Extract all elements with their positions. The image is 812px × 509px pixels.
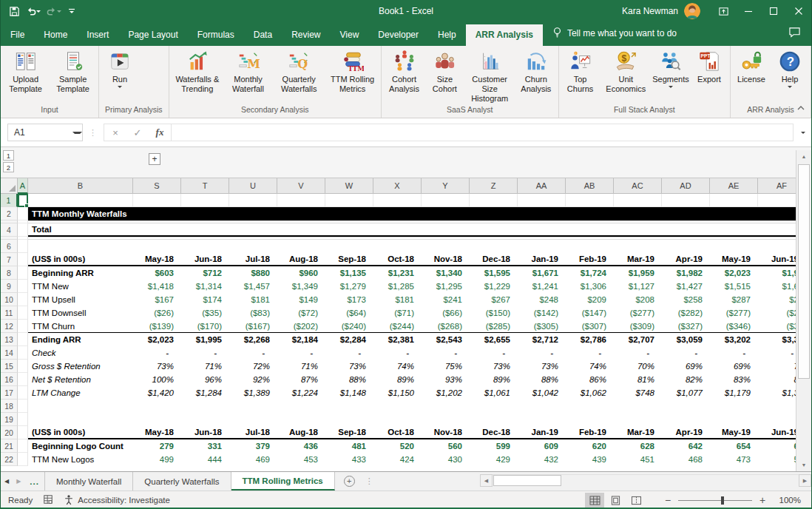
save-icon[interactable] (7, 4, 22, 18)
cell-a19[interactable] (18, 413, 28, 426)
name-box[interactable]: A1 (7, 124, 83, 141)
row-header-19[interactable]: 19 (1, 413, 18, 426)
cell-a16[interactable] (18, 373, 28, 386)
cell-w10[interactable]: $173 (325, 293, 373, 306)
column-header-y[interactable]: Y (422, 178, 470, 194)
cell-y14[interactable]: - (422, 346, 470, 360)
expand-formula-bar-icon[interactable] (801, 132, 805, 134)
cell-t9[interactable]: $1,314 (181, 280, 229, 293)
row-header-2[interactable]: 2 (1, 207, 18, 220)
cell-t1[interactable] (181, 194, 229, 207)
row-header-13[interactable]: 13 (1, 333, 18, 346)
cell-b20[interactable]: (US$ in 000s) (28, 426, 133, 438)
macro-record-icon[interactable] (43, 494, 53, 506)
column-header-ac[interactable]: AC (614, 178, 662, 194)
cell-s7[interactable]: May-18 (133, 253, 181, 265)
cell-s14[interactable]: - (133, 346, 181, 360)
cell-u8[interactable]: $880 (229, 266, 277, 280)
cell-a2[interactable] (18, 207, 28, 220)
vertical-scrollbar[interactable]: ▲ ▼ (796, 150, 811, 471)
customer-size-histogram-button[interactable]: Customer Size Histogram (464, 47, 515, 104)
cell-s17[interactable]: $1,420 (133, 386, 181, 400)
cell-v16[interactable]: 87% (277, 373, 325, 386)
cell-b1[interactable] (28, 194, 133, 207)
cell-aa9[interactable]: $1,241 (518, 280, 566, 293)
cell-z13[interactable]: $2,655 (470, 333, 518, 346)
cell-b13[interactable]: Ending ARR (28, 333, 133, 346)
cell-ad14[interactable]: - (662, 346, 710, 360)
sheet-overflow-indicator[interactable]: ... (24, 472, 44, 491)
insert-function-icon[interactable]: fx (149, 127, 171, 138)
row-header-20[interactable]: 20 (1, 426, 18, 439)
sheet-tab-quarterly-waterfalls[interactable]: Quarterly Waterfalls (133, 472, 231, 491)
column-header-u[interactable]: U (229, 178, 277, 194)
row-header-6[interactable]: 6 (1, 240, 18, 253)
cell-z1[interactable] (470, 194, 518, 207)
horizontal-scroll-thumb[interactable] (493, 475, 561, 486)
cell-b22[interactable]: TTM New Logos (28, 453, 133, 466)
cell-t14[interactable]: - (181, 346, 229, 360)
cell-af13[interactable]: $3,3 (758, 333, 797, 346)
maximize-button[interactable] (761, 0, 786, 22)
cell-ae10[interactable]: $287 (710, 293, 758, 306)
feedback-comment-icon[interactable] (778, 27, 811, 46)
cell-z22[interactable]: 429 (470, 453, 518, 466)
cell-y11[interactable]: ($66) (422, 306, 470, 320)
column-header-ab[interactable]: AB (566, 178, 614, 194)
cell-s15[interactable]: 73% (133, 360, 181, 373)
cell-ae15[interactable]: 69% (710, 360, 758, 373)
tab-data[interactable]: Data (244, 24, 282, 46)
sheet-nav-right-icon[interactable]: ▶ (13, 472, 24, 491)
cell-y12[interactable]: ($268) (422, 320, 470, 332)
cell-w1[interactable] (325, 194, 373, 207)
cell-w22[interactable]: 433 (325, 453, 373, 466)
enter-icon[interactable]: ✓ (126, 127, 149, 138)
tab-formulas[interactable]: Formulas (188, 24, 244, 46)
cell-w8[interactable]: $1,135 (325, 266, 373, 280)
scroll-up-icon[interactable]: ▲ (796, 150, 811, 163)
row-header-10[interactable]: 10 (1, 293, 18, 306)
cell-aa14[interactable]: - (518, 346, 566, 360)
cell-x12[interactable]: ($244) (373, 320, 422, 332)
cell-w12[interactable]: ($240) (325, 320, 373, 332)
cell-s12[interactable]: ($139) (133, 320, 181, 332)
cell-x13[interactable]: $2,381 (373, 333, 422, 346)
cell-b8[interactable]: Beginning ARR (28, 266, 133, 280)
tab-arr-analysis[interactable]: ARR Analysis (466, 24, 543, 46)
upload-template-button[interactable]: Upload Template (2, 47, 49, 95)
page-break-view-button[interactable] (626, 493, 646, 508)
cohort-analysis-button[interactable]: Cohort Analysis (383, 47, 426, 95)
cell-a7[interactable] (18, 253, 28, 266)
cell-t10[interactable]: $174 (181, 293, 229, 306)
cell-ae13[interactable]: $3,202 (710, 333, 758, 346)
cell-s13[interactable]: $2,023 (133, 333, 181, 346)
user-name[interactable]: Kara Newman (622, 6, 678, 16)
column-header-ae[interactable]: AE (710, 178, 758, 194)
sheet-nav-left-icon[interactable]: ◀ (1, 472, 13, 491)
cell-ac10[interactable]: $208 (614, 293, 662, 306)
cell-u9[interactable]: $1,457 (229, 280, 277, 293)
cell-ab21[interactable]: 620 (566, 439, 614, 453)
column-header-z[interactable]: Z (470, 178, 518, 194)
cell-s10[interactable]: $167 (133, 293, 181, 306)
cell-x8[interactable]: $1,231 (373, 266, 422, 280)
cell-ab14[interactable]: - (566, 346, 614, 360)
redo-button[interactable] (44, 4, 64, 18)
cell-a18[interactable] (18, 400, 28, 413)
cell-b2[interactable]: TTM Monthly Waterfalls (28, 209, 127, 218)
cell-v13[interactable]: $2,184 (277, 333, 325, 346)
help-button[interactable]: ?Help (771, 47, 809, 89)
cell-y22[interactable]: 430 (422, 453, 470, 466)
cell-ac13[interactable]: $2,707 (614, 333, 662, 346)
cell-v11[interactable]: ($72) (277, 306, 325, 320)
cell-ab15[interactable]: 74% (566, 360, 614, 373)
segments-button[interactable]: Segments (652, 47, 690, 89)
cell-x10[interactable]: $181 (373, 293, 422, 306)
cancel-icon[interactable]: × (104, 127, 126, 138)
cell-y10[interactable]: $241 (422, 293, 470, 306)
cell-ab16[interactable]: 86% (566, 373, 614, 386)
cell-v12[interactable]: ($202) (277, 320, 325, 332)
cell-af17[interactable]: $1,3 (758, 386, 797, 400)
cell-w16[interactable]: 88% (325, 373, 373, 386)
cell-u15[interactable]: 72% (229, 360, 277, 373)
